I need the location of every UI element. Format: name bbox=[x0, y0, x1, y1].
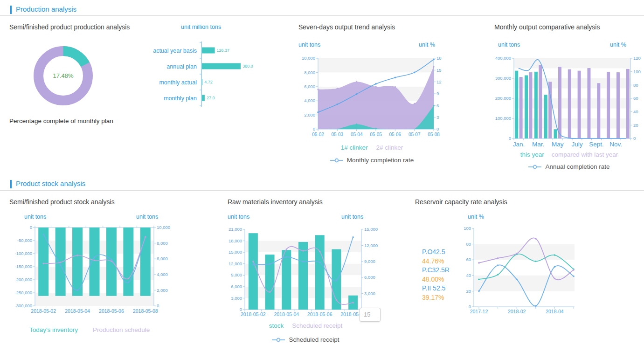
svg-text:400,000: 400,000 bbox=[495, 55, 511, 61]
svg-text:0: 0 bbox=[30, 225, 32, 230]
svg-text:05-05: 05-05 bbox=[370, 132, 382, 137]
section-divider bbox=[0, 15, 644, 16]
svg-text:20: 20 bbox=[633, 123, 638, 128]
svg-text:2017-12: 2017-12 bbox=[470, 309, 488, 314]
svg-text:2018-05-04: 2018-05-04 bbox=[274, 311, 299, 317]
line-legend-label: Scheduled receipt bbox=[289, 336, 339, 343]
section-title-stock: Product stock analysis bbox=[16, 179, 85, 187]
svg-text:-100,000: -100,000 bbox=[14, 251, 32, 256]
svg-text:2018-02: 2018-02 bbox=[508, 309, 526, 314]
svg-text:100: 100 bbox=[464, 226, 471, 231]
seven-days-line-legend[interactable]: Monthly completion rate bbox=[298, 157, 445, 164]
svg-text:6,000: 6,000 bbox=[157, 256, 168, 261]
raw-line-legend[interactable]: Scheduled receipt bbox=[228, 336, 384, 343]
svg-text:80: 80 bbox=[466, 242, 471, 247]
svg-text:-150,000: -150,000 bbox=[14, 264, 32, 269]
svg-text:05-02: 05-02 bbox=[312, 132, 324, 137]
svg-text:8,000: 8,000 bbox=[157, 241, 168, 246]
production-plan-bar-chart[interactable]: actual year basis126.37annual plan380.0m… bbox=[140, 40, 291, 110]
svg-text:2018-05-06: 2018-05-06 bbox=[99, 308, 124, 314]
raw-legend: stock Scheduled receipt bbox=[228, 322, 384, 329]
panel-title-stock-analysis: Semi/finished product stock analysis bbox=[9, 198, 115, 206]
svg-text:27.0: 27.0 bbox=[207, 96, 215, 100]
unit-label-tons-left: unit tons bbox=[298, 41, 320, 48]
metric-label-po425: P.O42.5 bbox=[422, 248, 450, 257]
svg-text:Nov.: Nov. bbox=[609, 141, 622, 148]
legend-item-2-clinker[interactable]: 2# clinker bbox=[376, 144, 403, 151]
svg-text:annual plan: annual plan bbox=[166, 63, 197, 70]
svg-text:18,000: 18,000 bbox=[229, 238, 242, 243]
svg-text:20: 20 bbox=[466, 289, 471, 294]
svg-text:monthly actual: monthly actual bbox=[159, 79, 197, 86]
svg-text:300,000: 300,000 bbox=[495, 76, 511, 81]
svg-text:05-06: 05-06 bbox=[389, 132, 402, 137]
unit-label-percent: unit % bbox=[468, 214, 484, 220]
line-legend-icon bbox=[330, 158, 343, 163]
svg-text:-200,000: -200,000 bbox=[14, 277, 32, 282]
monthly-legend: this year compared with last year bbox=[494, 151, 644, 158]
unit-label-tons-right: unit tons bbox=[341, 214, 363, 220]
legend-item-last-year[interactable]: compared with last year bbox=[552, 151, 618, 158]
unit-label-million-tons: unit million tons bbox=[181, 24, 221, 30]
unit-label-tons-left: unit tons bbox=[228, 214, 249, 220]
svg-text:Jan.: Jan. bbox=[513, 141, 525, 148]
section-accent-bar bbox=[10, 6, 12, 14]
legend-item-production-schedule[interactable]: Production schedule bbox=[93, 326, 150, 333]
svg-text:15,000: 15,000 bbox=[229, 249, 242, 255]
metric-value-po425: 44.76% bbox=[422, 257, 450, 266]
svg-text:6,000: 6,000 bbox=[231, 284, 242, 289]
svg-text:6,000: 6,000 bbox=[304, 84, 315, 89]
line-legend-icon bbox=[272, 338, 285, 342]
svg-text:120: 120 bbox=[633, 55, 641, 61]
seven-days-output-chart[interactable]: 02,0004,0006,0008,00010,000036912151805-… bbox=[298, 51, 445, 142]
line-legend-label: Monthly completion rate bbox=[347, 157, 414, 164]
svg-text:0: 0 bbox=[436, 126, 439, 131]
raw-materials-chart[interactable]: 03,0006,0009,00012,00015,00018,00021,000… bbox=[228, 224, 384, 322]
svg-text:4.72: 4.72 bbox=[204, 80, 213, 84]
svg-text:40: 40 bbox=[466, 273, 471, 278]
panel-title-production-analysis: Semi/finished product production analysi… bbox=[9, 23, 130, 31]
monthly-line-legend[interactable]: Annual completion rate bbox=[494, 163, 644, 170]
seven-days-legend: 1# clinker 2# clinker bbox=[298, 144, 445, 151]
svg-text:380.0: 380.0 bbox=[242, 64, 253, 69]
legend-item-1-clinker[interactable]: 1# clinker bbox=[341, 144, 368, 151]
legend-item-this-year[interactable]: this year bbox=[520, 151, 544, 158]
svg-text:05-08: 05-08 bbox=[428, 132, 440, 137]
panel-title-reservoir: Reservoir capacity rate analysis bbox=[415, 198, 507, 206]
svg-text:2,000: 2,000 bbox=[157, 288, 168, 293]
svg-text:9,000: 9,000 bbox=[231, 272, 242, 277]
svg-text:2018-05-02: 2018-05-02 bbox=[241, 311, 266, 317]
svg-text:12,000: 12,000 bbox=[229, 261, 242, 266]
svg-text:3,000: 3,000 bbox=[364, 291, 375, 296]
monthly-output-chart[interactable]: 0100,000200,000300,000400,00002040608010… bbox=[494, 51, 644, 150]
svg-text:0: 0 bbox=[313, 126, 315, 131]
donut-caption: Percentage complete of monthly plan bbox=[9, 117, 113, 124]
svg-text:80: 80 bbox=[633, 83, 638, 88]
svg-text:9,000: 9,000 bbox=[364, 259, 375, 264]
metric-value-pii525: 39.17% bbox=[422, 293, 450, 303]
svg-text:60: 60 bbox=[466, 257, 471, 262]
svg-text:126.37: 126.37 bbox=[217, 48, 230, 53]
svg-text:12,000: 12,000 bbox=[364, 243, 378, 248]
unit-label-tons-left: unit tons bbox=[24, 214, 46, 220]
svg-text:10,000: 10,000 bbox=[302, 55, 315, 61]
svg-text:0: 0 bbox=[157, 303, 159, 308]
unit-label-tons-right: unit tons bbox=[136, 214, 158, 220]
svg-text:100,000: 100,000 bbox=[495, 116, 511, 121]
svg-text:3,000: 3,000 bbox=[231, 296, 242, 301]
monthly-plan-donut-chart[interactable]: 17.48% bbox=[29, 42, 97, 110]
svg-text:05-03: 05-03 bbox=[332, 132, 344, 137]
line-legend-icon bbox=[528, 165, 541, 169]
svg-text:2018-05-08: 2018-05-08 bbox=[133, 308, 158, 314]
svg-text:-50,000: -50,000 bbox=[17, 238, 32, 243]
svg-text:Mar.: Mar. bbox=[532, 141, 544, 148]
line-legend-label: Annual completion rate bbox=[545, 163, 609, 170]
legend-item-todays-inventory[interactable]: Today's inventory bbox=[29, 326, 78, 333]
svg-text:9: 9 bbox=[436, 91, 439, 96]
legend-item-scheduled-receipt[interactable]: Scheduled receipt bbox=[292, 322, 342, 329]
stock-legend: Today's inventory Production schedule bbox=[29, 326, 150, 333]
svg-text:2018-04: 2018-04 bbox=[546, 309, 564, 314]
svg-text:-300,000: -300,000 bbox=[14, 303, 32, 308]
legend-item-stock[interactable]: stock bbox=[269, 322, 284, 329]
semi-finished-stock-chart[interactable]: -300,000-250,000-200,000-150,000-100,000… bbox=[9, 224, 222, 319]
